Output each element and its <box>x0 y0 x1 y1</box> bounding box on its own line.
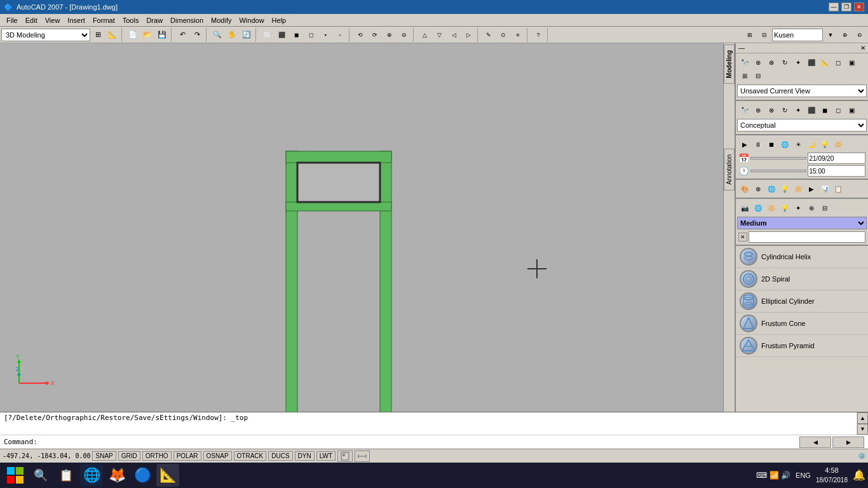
rp-cam-btn4[interactable]: 💡 <box>778 201 791 214</box>
menu-view[interactable]: View <box>41 15 64 25</box>
minimize-button[interactable]: — <box>829 3 839 11</box>
otrack-btn[interactable]: OTRACK <box>234 451 267 461</box>
style-selector[interactable]: Conceptual <box>737 119 867 132</box>
rp-view-btn1[interactable]: 🔭 <box>738 56 751 69</box>
tb-open[interactable]: 📂 <box>140 28 154 42</box>
lwt-btn[interactable]: LWT <box>316 451 336 461</box>
polar-btn[interactable]: POLAR <box>173 451 201 461</box>
tb-b13[interactable]: ◁ <box>447 28 461 42</box>
tb-b5[interactable]: ▪ <box>318 28 332 42</box>
dyn-btn[interactable]: DYN <box>295 451 315 461</box>
tb-b14[interactable]: ▷ <box>461 28 475 42</box>
taskbar-notification[interactable]: 🔔 <box>853 469 865 481</box>
tb-b1[interactable]: ⬜ <box>260 28 274 42</box>
rp-style-btn6[interactable]: ⬛ <box>805 104 818 116</box>
rp-cam-btn3[interactable]: 🔆 <box>765 201 778 214</box>
rp-style-btn3[interactable]: ⊗ <box>765 104 778 116</box>
rp-style-btn5[interactable]: ✦ <box>792 104 804 116</box>
tb-k1[interactable]: ⊕ <box>838 28 852 42</box>
taskbar-edge[interactable]: 🌐 <box>80 464 103 487</box>
tb-layers1[interactable]: ⊞ <box>743 28 757 42</box>
rp-style-btn7[interactable]: ◼ <box>818 104 831 116</box>
osnap-btn[interactable]: OSNAP <box>203 451 232 461</box>
snap-btn[interactable]: SNAP <box>92 451 116 461</box>
rp-anim-btn4[interactable]: 🌐 <box>778 138 791 151</box>
ducs-btn[interactable]: DUCS <box>268 451 292 461</box>
rp-render-btn2[interactable]: ⊕ <box>752 182 764 195</box>
tb-b8[interactable]: ⟳ <box>368 28 382 42</box>
cmd-next-btn[interactable]: ▶ <box>832 437 864 448</box>
canvas-area[interactable]: Z X Y <box>0 43 723 412</box>
tb-b9[interactable]: ⊕ <box>383 28 397 42</box>
cmd-scroll-up[interactable]: ▲ <box>857 412 868 424</box>
view-selector[interactable]: Unsaved Current View <box>737 85 867 97</box>
rp-anim-btn5[interactable]: ☀ <box>792 138 804 151</box>
rp-view-btn2[interactable]: ⊕ <box>752 56 764 69</box>
tb-b16[interactable]: ⊙ <box>496 28 510 42</box>
rp-anim-btn6[interactable]: 🌙 <box>805 138 818 151</box>
tb-b10[interactable]: ⊖ <box>397 28 411 42</box>
rp-style-btn2[interactable]: ⊕ <box>752 104 764 116</box>
tb-icon-2[interactable]: 📐 <box>105 28 119 42</box>
tb-layers2[interactable]: ⊟ <box>757 28 771 42</box>
taskbar-time[interactable]: 4:58 18/07/2018 <box>816 466 848 484</box>
tb-save[interactable]: 💾 <box>155 28 169 42</box>
start-button[interactable] <box>3 463 28 488</box>
menu-help[interactable]: Help <box>268 15 290 25</box>
rp-style-btn9[interactable]: ▣ <box>845 104 858 116</box>
taskbar-task-view[interactable]: 📋 <box>55 464 78 487</box>
rp-cam-btn1[interactable]: 📷 <box>738 201 751 214</box>
rp-cam-btn7[interactable]: ⊟ <box>818 201 831 214</box>
rp-render-btn6[interactable]: ▶ <box>805 182 818 195</box>
tb-b4[interactable]: ◻ <box>304 28 318 42</box>
rp-render-btn1[interactable]: 🎨 <box>738 182 751 195</box>
rp-anim-btn2[interactable]: ⏸ <box>752 138 764 151</box>
tb-b15[interactable]: ✎ <box>482 28 496 42</box>
menu-draw[interactable]: Draw <box>142 15 166 25</box>
rp-close2[interactable]: ✕ <box>860 44 865 51</box>
rp-style-btn8[interactable]: ◻ <box>832 104 844 116</box>
rp-render-btn3[interactable]: 🌐 <box>765 182 778 195</box>
tb-orbit[interactable]: 🔄 <box>240 28 254 42</box>
kusen-input[interactable] <box>772 29 823 41</box>
panel-item-frustum-cone[interactable]: Frustum Cone <box>736 313 868 335</box>
command-input[interactable] <box>40 438 799 446</box>
menu-tools[interactable]: Tools <box>119 15 143 25</box>
rp-anim-btn8[interactable]: 🔆 <box>832 138 844 151</box>
rp-cam-btn5[interactable]: ✦ <box>792 201 804 214</box>
tb-b3[interactable]: ◼ <box>289 28 303 42</box>
tb-redo[interactable]: ↷ <box>190 28 204 42</box>
grid-btn[interactable]: GRID <box>118 451 140 461</box>
rp-anim-btn3[interactable]: ⏹ <box>765 138 778 151</box>
tb-icon-1[interactable]: ⊞ <box>91 28 105 42</box>
rp-view-btn7[interactable]: 📐 <box>818 56 831 69</box>
rp-view-btn8[interactable]: ◻ <box>832 56 844 69</box>
rp-view-btn11[interactable]: ⊟ <box>752 69 764 82</box>
tb-undo[interactable]: ↶ <box>175 28 189 42</box>
rp-close[interactable]: — <box>738 44 745 51</box>
taskbar-search[interactable]: 🔍 <box>29 464 52 487</box>
tb-b7[interactable]: ⟲ <box>353 28 367 42</box>
ortho-btn[interactable]: ORTHO <box>142 451 172 461</box>
rp-style-btn4[interactable]: ↻ <box>778 104 791 116</box>
restore-button[interactable]: ❐ <box>841 3 851 11</box>
rp-render-btn5[interactable]: 🔆 <box>792 182 804 195</box>
rp-cam-btn6[interactable]: ⊕ <box>805 201 818 214</box>
rp-view-btn5[interactable]: ✦ <box>792 56 804 69</box>
time-input[interactable] <box>808 165 866 177</box>
rp-style-btn1[interactable]: 🔭 <box>738 104 751 116</box>
tb-b6[interactable]: ▫ <box>333 28 347 42</box>
taskbar-firefox[interactable]: 🦊 <box>105 464 128 487</box>
medium-selector[interactable]: Medium <box>737 217 867 229</box>
tb-kusen-drop[interactable]: ▼ <box>824 28 837 42</box>
tb-zoom[interactable]: 🔍 <box>210 28 224 42</box>
tb-b12[interactable]: ▽ <box>432 28 446 42</box>
cmd-scroll-down[interactable]: ▼ <box>857 424 868 435</box>
tb-b18[interactable]: ? <box>531 28 545 42</box>
modeling-tab[interactable]: Modeling <box>724 44 735 84</box>
rp-close-btn[interactable]: ✕ <box>738 233 747 241</box>
date-input[interactable] <box>808 152 866 164</box>
menu-modify[interactable]: Modify <box>207 15 235 25</box>
menu-insert[interactable]: Insert <box>64 15 89 25</box>
rp-view-btn10[interactable]: ⊞ <box>738 69 751 82</box>
